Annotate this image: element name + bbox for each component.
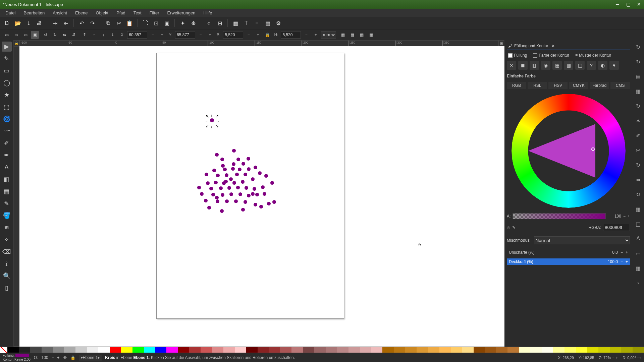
refresh-icon[interactable]: ↻ [634, 190, 642, 198]
save-file-icon[interactable]: ⤓ [24, 19, 33, 27]
select-all-layers-icon[interactable]: ▭ [3, 31, 11, 39]
h-minus-icon[interactable]: − [302, 31, 310, 39]
palette-swatch[interactable] [485, 347, 496, 353]
stroke-width[interactable]: 2,00 [24, 358, 30, 361]
palette-swatch[interactable] [246, 347, 258, 353]
palette-swatch[interactable] [326, 347, 337, 353]
no-paint-icon[interactable]: ✕ [507, 61, 516, 70]
palette-swatch[interactable] [633, 347, 644, 353]
cut-icon[interactable]: ✂ [114, 19, 123, 27]
palette-swatch[interactable] [19, 347, 30, 353]
alpha-value[interactable]: 100 [608, 214, 621, 219]
palette-swatch[interactable] [598, 347, 610, 353]
blur-value[interactable]: 0,0 [612, 250, 618, 255]
zoom-drawing-icon[interactable]: ⊡ [152, 19, 160, 27]
swatch-icon[interactable]: ◫ [575, 61, 585, 70]
no-color-swatch[interactable] [0, 347, 7, 353]
plus-icon[interactable]: + [57, 355, 60, 360]
heart-icon[interactable]: ♥ [609, 61, 619, 70]
color-mode-cms[interactable]: CMS [610, 82, 630, 89]
palette-swatch[interactable] [98, 347, 110, 353]
measure-tool-icon[interactable]: ▯ [2, 283, 12, 293]
palette-swatch[interactable] [587, 347, 598, 353]
fill-tab[interactable]: Füllung [507, 52, 528, 58]
palette-swatch[interactable] [314, 347, 326, 353]
palette-swatch[interactable] [553, 347, 565, 353]
grid-icon[interactable]: ▦ [634, 205, 642, 213]
menu-pfad[interactable]: Pfad [113, 10, 129, 16]
eraser-tool-icon[interactable]: ⌫ [2, 247, 12, 257]
rgba-input[interactable] [603, 224, 630, 231]
zoom-page-icon[interactable]: ▣ [162, 19, 171, 27]
palette-swatch[interactable] [110, 347, 121, 353]
text-icon[interactable]: A [634, 235, 642, 243]
palette-swatch[interactable] [405, 347, 417, 353]
connector-tool-icon[interactable]: ⟟ [2, 259, 12, 269]
paste-icon[interactable]: 📋 [125, 19, 134, 27]
align-dialog-icon[interactable]: ▤ [263, 19, 272, 27]
rect-icon[interactable]: ▭ [634, 249, 642, 257]
palette-swatch[interactable] [269, 347, 280, 353]
gradient-tool-icon[interactable]: ◧ [2, 174, 12, 184]
palette-swatch[interactable] [64, 347, 75, 353]
o-value[interactable]: 100 [42, 355, 48, 360]
grid2-icon[interactable]: ▦ [634, 264, 642, 272]
palette-swatch[interactable] [201, 347, 212, 353]
mesh-tool-icon[interactable]: ▦ [2, 186, 12, 196]
linear-gradient-icon[interactable]: ▥ [530, 61, 539, 70]
radial-gradient-icon[interactable]: ◉ [541, 61, 550, 70]
redo-icon[interactable]: ↷ [88, 19, 97, 27]
mesh-gradient-icon[interactable]: ▦ [552, 61, 562, 70]
palette-swatch[interactable] [7, 347, 19, 353]
color-mode-farbrad[interactable]: Farbrad [590, 82, 609, 89]
stroke-style-tab[interactable]: ≡Muster der Kontur [574, 52, 612, 58]
plus-icon[interactable]: + [626, 250, 628, 255]
refresh-icon[interactable]: ↻ [634, 161, 642, 169]
palette-swatch[interactable] [42, 347, 53, 353]
palette-swatch[interactable] [121, 347, 132, 353]
star-icon[interactable]: ✶ [634, 117, 642, 125]
selection-handles[interactable]: ↖↑↗ ←→ ↙↓↘ [206, 114, 218, 127]
unit-select[interactable]: mm [321, 31, 336, 39]
palette-swatch[interactable] [360, 347, 371, 353]
pencil-tool-icon[interactable]: 〰 [2, 126, 12, 136]
transform-corner-icon[interactable]: ▦ [348, 31, 356, 39]
layers-icon[interactable]: ▤ [634, 72, 642, 80]
flat-color-icon[interactable]: ◼ [518, 61, 528, 70]
undo-icon[interactable]: ↶ [77, 19, 86, 27]
palette-swatch[interactable] [75, 347, 87, 353]
prefs-icon[interactable]: ⚙ [274, 19, 283, 27]
spray-tool-icon[interactable]: ⁘ [2, 235, 12, 245]
drawing-canvas[interactable]: ↖↑↗ ←→ ↙↓↘ 🖰 [19, 46, 504, 347]
h-plus-icon[interactable]: + [312, 31, 320, 39]
palette-swatch[interactable] [417, 347, 428, 353]
scissors-icon[interactable]: ✂ [634, 146, 642, 154]
color-picker-marker[interactable] [591, 147, 595, 151]
palette-swatch[interactable] [337, 347, 348, 353]
vertical-ruler[interactable] [13, 46, 19, 347]
lock-aspect-icon[interactable]: 🔒 [263, 31, 271, 39]
chevron-icon[interactable]: › [634, 279, 642, 287]
text-tool-icon[interactable]: A [2, 162, 12, 172]
palette-swatch[interactable] [439, 347, 451, 353]
opacity-value[interactable]: 100,0 [608, 259, 618, 264]
box3d-tool-icon[interactable]: ⬚ [2, 102, 12, 112]
objects-icon[interactable]: ▦ [634, 87, 642, 95]
print-icon[interactable]: 🖶 [35, 19, 44, 27]
fill-rule-icon[interactable]: ◐ [598, 61, 607, 70]
text-dialog-icon[interactable]: T [242, 19, 251, 27]
palette-swatch[interactable] [530, 347, 542, 353]
zoom-value[interactable]: 72% [603, 356, 611, 360]
plus-icon[interactable]: + [616, 356, 618, 360]
panel-close-icon[interactable]: ✕ [551, 44, 555, 48]
flip-h-icon[interactable]: ⇋ [60, 31, 68, 39]
palette-swatch[interactable] [303, 347, 314, 353]
palette-swatch[interactable] [394, 347, 405, 353]
align-icon[interactable]: ⇔ [634, 176, 642, 184]
eyedropper-off-icon[interactable]: ⊘ [507, 225, 510, 230]
lower-icon[interactable]: ↓ [99, 31, 107, 39]
minus-icon[interactable]: − [612, 356, 614, 360]
palette-swatch[interactable] [155, 347, 167, 353]
edit-icon[interactable]: ✐ [634, 131, 642, 139]
palette-swatch[interactable] [382, 347, 394, 353]
